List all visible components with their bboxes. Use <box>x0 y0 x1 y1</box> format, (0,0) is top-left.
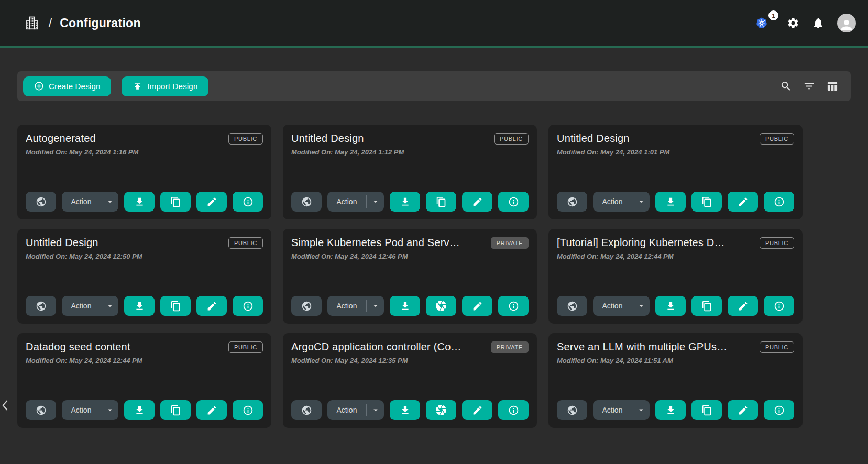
designs-toolbar: Create Design Import Design <box>17 71 851 101</box>
action-split-button[interactable]: Action <box>593 192 650 212</box>
import-design-button[interactable]: Import Design <box>122 76 208 96</box>
clone-button[interactable] <box>426 192 456 212</box>
edit-button[interactable] <box>462 192 492 212</box>
clone-icon <box>170 405 181 416</box>
download-button[interactable] <box>655 296 686 316</box>
info-icon <box>508 405 519 416</box>
action-split-button[interactable]: Action <box>62 296 118 316</box>
download-button[interactable] <box>390 192 420 212</box>
design-grid: Autogenerated PUBLIC Modified On: May 24… <box>17 125 868 428</box>
visibility-badge: PUBLIC <box>760 341 794 353</box>
visibility-globe-button[interactable] <box>291 296 322 316</box>
info-button[interactable] <box>233 296 263 316</box>
notifications-button[interactable] <box>812 17 825 29</box>
action-button-label: Action <box>62 296 101 316</box>
info-button[interactable] <box>498 400 529 420</box>
info-button[interactable] <box>498 192 529 212</box>
action-split-button[interactable]: Action <box>62 192 118 212</box>
edit-icon <box>206 405 217 416</box>
visibility-globe-button[interactable] <box>557 296 587 316</box>
info-button[interactable] <box>764 192 794 212</box>
search-icon <box>780 80 792 92</box>
action-dropdown-toggle[interactable] <box>101 400 118 420</box>
design-title: Datadog seed content <box>26 341 222 353</box>
card-header-row: Serve an LLM with multiple GPUs… PUBLIC <box>557 341 794 353</box>
kubernetes-context-button[interactable]: 1 <box>755 14 774 32</box>
download-button[interactable] <box>390 296 420 316</box>
settings-button[interactable] <box>787 17 799 29</box>
edit-button[interactable] <box>728 400 758 420</box>
clone-button[interactable] <box>691 192 722 212</box>
card-action-bar: Action <box>557 192 794 212</box>
action-dropdown-toggle[interactable] <box>632 192 650 212</box>
download-button[interactable] <box>655 400 686 420</box>
action-split-button[interactable]: Action <box>593 296 650 316</box>
design-card: Datadog seed content PUBLIC Modified On:… <box>17 333 271 428</box>
edit-button[interactable] <box>462 400 492 420</box>
download-button[interactable] <box>124 400 155 420</box>
download-button[interactable] <box>390 400 420 420</box>
design-swirl-button[interactable] <box>426 296 456 316</box>
action-dropdown-toggle[interactable] <box>367 296 384 316</box>
info-button[interactable] <box>233 400 263 420</box>
design-swirl-button[interactable] <box>426 400 456 420</box>
header-actions: 1 <box>755 14 856 32</box>
info-button[interactable] <box>764 296 794 316</box>
edit-button[interactable] <box>728 296 758 316</box>
caret-down-icon <box>105 301 115 311</box>
collapse-panel-chevron[interactable] <box>1 398 12 413</box>
chevron-left-icon <box>1 399 9 412</box>
clone-icon <box>701 405 712 416</box>
visibility-globe-button[interactable] <box>557 192 587 212</box>
edit-button[interactable] <box>462 296 492 316</box>
info-button[interactable] <box>233 192 263 212</box>
action-dropdown-toggle[interactable] <box>367 192 384 212</box>
modified-on-text: Modified On: May 24, 2024 12:35 PM <box>291 357 529 364</box>
visibility-globe-button[interactable] <box>291 400 322 420</box>
visibility-globe-button[interactable] <box>26 400 56 420</box>
plus-circle-icon <box>34 81 44 91</box>
design-swirl-icon <box>435 300 447 312</box>
clone-button[interactable] <box>160 296 191 316</box>
action-dropdown-toggle[interactable] <box>101 192 118 212</box>
edit-icon <box>206 301 217 312</box>
edit-icon <box>738 405 749 416</box>
action-split-button[interactable]: Action <box>327 296 384 316</box>
info-button[interactable] <box>498 296 529 316</box>
action-dropdown-toggle[interactable] <box>101 296 118 316</box>
download-button[interactable] <box>124 296 155 316</box>
clone-button[interactable] <box>160 192 191 212</box>
action-dropdown-toggle[interactable] <box>632 296 650 316</box>
edit-button[interactable] <box>196 296 227 316</box>
visibility-globe-button[interactable] <box>557 400 587 420</box>
clone-button[interactable] <box>160 400 191 420</box>
action-split-button[interactable]: Action <box>327 400 384 420</box>
clone-button[interactable] <box>691 400 722 420</box>
action-split-button[interactable]: Action <box>327 192 384 212</box>
modified-on-text: Modified On: May 24, 2024 1:16 PM <box>26 148 263 156</box>
table-view-button[interactable] <box>826 80 838 92</box>
globe-icon <box>36 196 47 207</box>
visibility-globe-button[interactable] <box>26 192 56 212</box>
modified-on-text: Modified On: May 24, 2024 1:01 PM <box>557 148 794 156</box>
avatar[interactable] <box>837 14 856 32</box>
filter-button[interactable] <box>803 80 815 92</box>
upload-icon <box>133 81 142 91</box>
edit-button[interactable] <box>196 192 227 212</box>
edit-button[interactable] <box>728 192 758 212</box>
clone-button[interactable] <box>691 296 722 316</box>
clone-icon <box>436 196 447 207</box>
action-split-button[interactable]: Action <box>62 400 118 420</box>
download-button[interactable] <box>655 192 686 212</box>
action-split-button[interactable]: Action <box>593 400 650 420</box>
action-dropdown-toggle[interactable] <box>367 400 384 420</box>
info-button[interactable] <box>764 400 794 420</box>
visibility-globe-button[interactable] <box>291 192 322 212</box>
visibility-globe-button[interactable] <box>26 296 56 316</box>
person-icon <box>839 17 854 32</box>
edit-button[interactable] <box>196 400 227 420</box>
create-design-button[interactable]: Create Design <box>23 76 111 96</box>
action-dropdown-toggle[interactable] <box>632 400 650 420</box>
search-button[interactable] <box>780 80 792 92</box>
download-button[interactable] <box>124 192 155 212</box>
